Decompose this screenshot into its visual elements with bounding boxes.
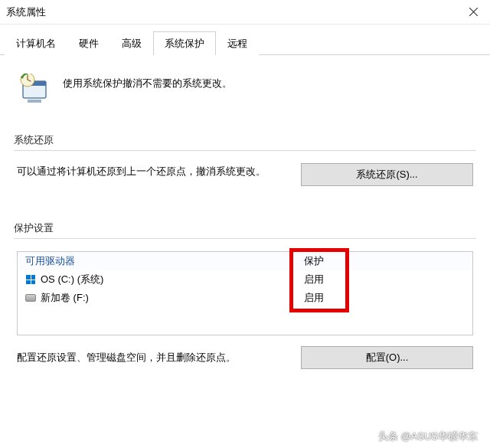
tab-content: 使用系统保护撤消不需要的系统更改。 系统还原 可以通过将计算机还原到上一个还原点… [0, 55, 490, 369]
tab-system-protection[interactable]: 系统保护 [153, 31, 216, 55]
close-icon [469, 8, 478, 16]
protection-settings-group: 保护设置 可用驱动器 保护 OS (C:) (系统) 启用 新加卷 (F:) 启… [14, 221, 476, 369]
disk-drive-icon [25, 293, 36, 303]
table-row[interactable]: 新加卷 (F:) 启用 [18, 289, 472, 307]
system-restore-group: 系统还原 可以通过将计算机还原到上一个还原点，撤消系统更改。 系统还原(S)..… [14, 133, 476, 217]
restore-description: 可以通过将计算机还原到上一个还原点，撤消系统更改。 [17, 163, 286, 180]
table-row[interactable]: OS (C:) (系统) 启用 [18, 270, 472, 289]
drive-label: OS (C:) (系统) [41, 273, 103, 286]
svg-rect-2 [28, 100, 41, 103]
drive-label: 新加卷 (F:) [41, 291, 89, 305]
divider [14, 238, 476, 239]
configure-button[interactable]: 配置(O)... [301, 346, 473, 369]
group-label-restore: 系统还原 [14, 133, 476, 150]
intro-text: 使用系统保护撤消不需要的系统更改。 [63, 74, 232, 90]
watermark-text: 头条 @ASUS华硕华东 [378, 430, 478, 443]
close-button[interactable] [456, 0, 490, 25]
drive-status: 启用 [304, 291, 472, 305]
tab-remote[interactable]: 远程 [216, 31, 259, 55]
system-restore-icon [18, 74, 51, 106]
drive-status: 启用 [304, 273, 472, 286]
group-label-protect: 保护设置 [14, 221, 476, 238]
divider [14, 150, 476, 151]
system-restore-button[interactable]: 系统还原(S)... [301, 163, 473, 186]
table-blank-area [18, 307, 472, 335]
tab-computer-name[interactable]: 计算机名 [5, 31, 67, 55]
drive-table: 可用驱动器 保护 OS (C:) (系统) 启用 新加卷 (F:) 启用 [17, 251, 473, 335]
column-header-status[interactable]: 保护 [304, 254, 472, 268]
column-header-drive[interactable]: 可用驱动器 [18, 254, 304, 268]
tab-advanced[interactable]: 高级 [110, 31, 153, 55]
table-header: 可用驱动器 保护 [18, 252, 472, 270]
window-title: 系统属性 [6, 5, 456, 19]
configure-description: 配置还原设置、管理磁盘空间，并且删除还原点。 [17, 351, 286, 365]
titlebar: 系统属性 [0, 0, 490, 25]
tabs: 计算机名 硬件 高级 系统保护 远程 [0, 25, 490, 55]
intro-section: 使用系统保护撤消不需要的系统更改。 [14, 66, 476, 129]
tab-hardware[interactable]: 硬件 [67, 31, 110, 55]
windows-drive-icon [25, 274, 36, 285]
